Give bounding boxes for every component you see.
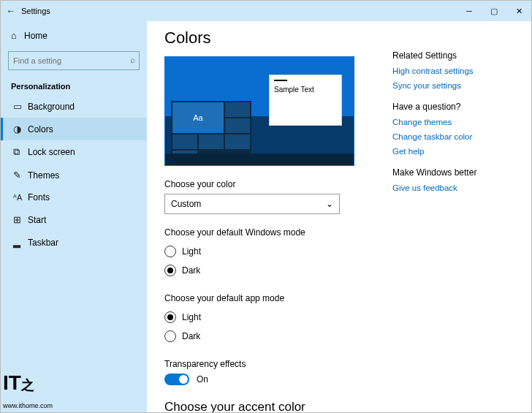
radio-icon <box>164 246 176 257</box>
search-box[interactable]: ⌕ <box>8 51 140 70</box>
link-sync-settings[interactable]: Sync your settings <box>392 81 517 90</box>
sidebar-item-background[interactable]: ▭ Background <box>1 95 147 118</box>
sidebar-item-start[interactable]: ⊞ Start <box>1 208 147 231</box>
link-change-taskbar-color[interactable]: Change taskbar color <box>392 132 517 141</box>
back-button[interactable]: ← <box>1 6 21 16</box>
preview-aa-tile: Aa <box>172 102 224 133</box>
sidebar: ⌂ Home ⌕ Personalization ▭ Background ◑ … <box>1 21 147 412</box>
fonts-icon: ᴬA <box>13 193 28 202</box>
accent-heading: Choose your accent color <box>164 400 378 412</box>
better-heading: Make Windows better <box>392 167 517 178</box>
titlebar: ← Settings ─ ▢ ✕ <box>1 1 531 21</box>
app-mode-dark[interactable]: Dark <box>164 327 378 346</box>
app-mode-light[interactable]: Light <box>164 308 378 327</box>
windows-mode-label: Choose your default Windows mode <box>164 227 378 238</box>
color-preview: Sample Text Aa <box>164 56 354 166</box>
related-settings-heading: Related Settings <box>392 50 517 61</box>
sidebar-item-taskbar[interactable]: ▂ Taskbar <box>1 231 147 254</box>
app-mode-label: Choose your default app mode <box>164 293 378 303</box>
choose-color-label: Choose your color <box>164 179 378 189</box>
link-change-themes[interactable]: Change themes <box>392 118 517 126</box>
link-get-help[interactable]: Get help <box>392 147 517 156</box>
picture-icon: ▭ <box>13 101 28 112</box>
windows-mode-dark[interactable]: Dark <box>164 261 378 280</box>
link-feedback[interactable]: Give us feedback <box>392 183 517 192</box>
choose-color-value: Custom <box>171 199 201 209</box>
sidebar-item-colors[interactable]: ◑ Colors <box>1 118 147 140</box>
home-icon: ⌂ <box>11 30 24 41</box>
sidebar-item-lock-screen[interactable]: ⧉ Lock screen <box>1 140 147 164</box>
preview-start-menu: Aa <box>171 101 251 154</box>
preview-taskbar <box>165 154 354 165</box>
minimize-button[interactable]: ─ <box>457 7 482 15</box>
preview-window: Sample Text <box>269 75 342 126</box>
home-link[interactable]: ⌂ Home <box>1 24 147 47</box>
page-title: Colors <box>164 29 378 48</box>
search-icon: ⌕ <box>130 55 135 65</box>
lock-icon: ⧉ <box>13 146 28 158</box>
windows-mode-light[interactable]: Light <box>164 242 378 261</box>
radio-icon <box>164 330 176 342</box>
radio-icon <box>164 311 176 323</box>
transparency-toggle[interactable] <box>164 374 189 385</box>
taskbar-icon: ▂ <box>13 237 28 248</box>
home-label: Home <box>24 31 48 41</box>
maximize-button[interactable]: ▢ <box>482 7 506 16</box>
sidebar-item-fonts[interactable]: ᴬA Fonts <box>1 186 147 208</box>
search-input[interactable] <box>8 51 140 70</box>
window-title: Settings <box>21 7 457 15</box>
radio-icon <box>164 265 176 276</box>
main-content: Colors Sample Text Aa <box>164 29 378 398</box>
transparency-state: On <box>197 374 208 384</box>
nav-list: ▭ Background ◑ Colors ⧉ Lock screen ✎ Th… <box>1 95 147 254</box>
category-heading: Personalization <box>1 75 147 95</box>
sidebar-item-themes[interactable]: ✎ Themes <box>1 164 147 186</box>
palette-icon: ◑ <box>13 124 28 134</box>
chevron-down-icon: ⌄ <box>326 199 333 209</box>
link-high-contrast[interactable]: High contrast settings <box>392 67 517 75</box>
choose-color-dropdown[interactable]: Custom ⌄ <box>164 194 340 214</box>
themes-icon: ✎ <box>13 170 28 181</box>
preview-sample-text: Sample Text <box>274 86 314 94</box>
start-icon: ⊞ <box>13 214 28 225</box>
transparency-label: Transparency effects <box>164 359 378 369</box>
close-button[interactable]: ✕ <box>506 7 531 16</box>
question-heading: Have a question? <box>392 102 517 112</box>
right-column: Related Settings High contrast settings … <box>392 29 517 398</box>
